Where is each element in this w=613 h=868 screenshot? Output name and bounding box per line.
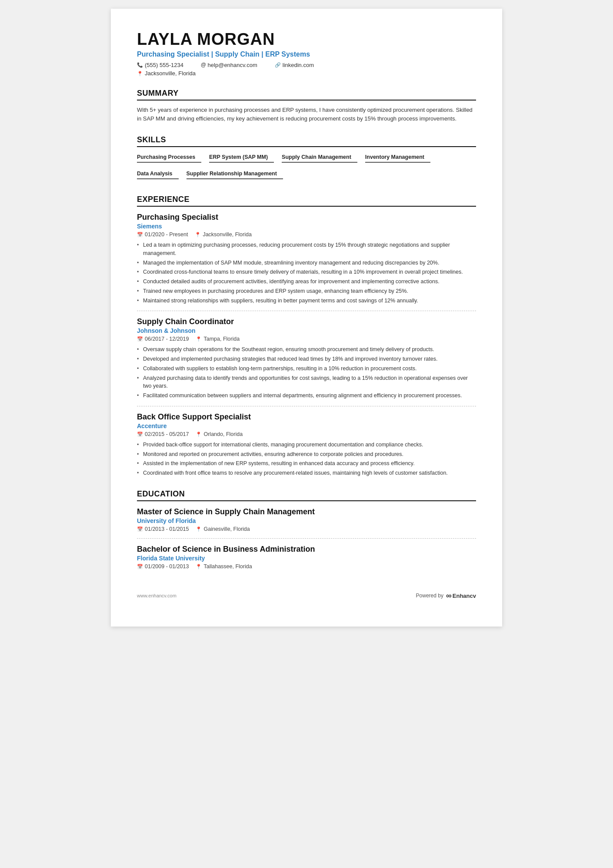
bullet-item: Coordinated cross-functional teams to en… <box>137 268 476 276</box>
bullet-item: Provided back-office support for interna… <box>137 441 476 449</box>
degree-2: Bachelor of Science in Business Administ… <box>137 545 476 570</box>
skills-row-2: Data Analysis Supplier Relationship Mana… <box>137 169 476 183</box>
page-footer: www.enhancv.com Powered by ∞ Enhancv <box>137 591 476 600</box>
bullet-item: Coordinated with front office teams to r… <box>137 469 476 477</box>
candidate-name: LAYLA MORGAN <box>137 30 476 49</box>
email-address: help@enhancv.com <box>208 62 257 68</box>
location-icon-job2 <box>196 336 202 342</box>
bullet-item: Developed and implemented purchasing str… <box>137 355 476 363</box>
bullet-item: Monitored and reported on procurement ac… <box>137 450 476 459</box>
calendar-icon-deg1 <box>137 526 143 532</box>
bullet-item: Trained new employees in purchasing proc… <box>137 287 476 295</box>
job-1-meta: 01/2020 - Present Jacksonville, Florida <box>137 231 476 238</box>
powered-by-label: Powered by <box>416 593 443 599</box>
bullet-item: Conducted detailed audits of procurement… <box>137 278 476 286</box>
job-3-location: Orlando, Florida <box>196 431 243 437</box>
summary-text: With 5+ years of experience in purchasin… <box>137 106 476 123</box>
experience-section: EXPERIENCE Purchasing Specialist Siemens… <box>137 195 476 477</box>
brand-name: Enhancv <box>453 593 476 599</box>
calendar-icon-deg2 <box>137 563 143 570</box>
job-2-title: Supply Chain Coordinator <box>137 317 476 326</box>
job-2-meta: 06/2017 - 12/2019 Tampa, Florida <box>137 336 476 342</box>
location-item: Jacksonville, Florida <box>137 70 476 77</box>
bullet-item: Led a team in optimizing purchasing proc… <box>137 241 476 258</box>
skills-heading: SKILLS <box>137 135 476 147</box>
degree-1: Master of Science in Supply Chain Manage… <box>137 507 476 539</box>
degree-1-date: 01/2013 - 01/2015 <box>137 526 189 532</box>
experience-heading: EXPERIENCE <box>137 195 476 207</box>
linkedin-url: linkedin.com <box>283 62 314 68</box>
enhancv-logo: ∞ Enhancv <box>446 591 476 600</box>
job-3-date: 02/2015 - 05/2017 <box>137 431 189 437</box>
link-icon <box>275 62 281 68</box>
job-1: Purchasing Specialist Siemens 01/2020 - … <box>137 213 476 311</box>
degree-1-meta: 01/2013 - 01/2015 Gainesville, Florida <box>137 526 476 532</box>
location-icon-deg2 <box>196 563 202 570</box>
logo-icon: ∞ <box>446 591 452 600</box>
calendar-icon-job2 <box>137 336 143 342</box>
degree-2-date: 01/2009 - 01/2013 <box>137 563 189 570</box>
job-3-title: Back Office Support Specialist <box>137 412 476 422</box>
location-text: Jacksonville, Florida <box>145 70 196 77</box>
job-3: Back Office Support Specialist Accenture… <box>137 412 476 477</box>
candidate-title: Purchasing Specialist | Supply Chain | E… <box>137 50 476 58</box>
bullet-item: Assisted in the implementation of new ER… <box>137 459 476 468</box>
degree-1-location: Gainesville, Florida <box>196 526 250 532</box>
job-2-company: Johnson & Johnson <box>137 327 476 334</box>
job-2-bullets: Oversaw supply chain operations for the … <box>137 345 476 400</box>
header-contact-row: (555) 555-1234 help@enhancv.com linkedin… <box>137 62 476 69</box>
degree-2-location: Tallahassee, Florida <box>196 563 252 570</box>
skills-row-1: Purchasing Processes ERP System (SAP MM)… <box>137 152 476 166</box>
location-icon-job1 <box>195 231 201 238</box>
summary-section: SUMMARY With 5+ years of experience in p… <box>137 89 476 123</box>
location-icon-deg1 <box>196 526 202 532</box>
job-2-date: 06/2017 - 12/2019 <box>137 336 189 342</box>
degree-1-title: Master of Science in Supply Chain Manage… <box>137 507 476 516</box>
footer-website: www.enhancv.com <box>137 593 177 598</box>
job-2-location: Tampa, Florida <box>196 336 240 342</box>
bullet-item: Analyzed purchasing data to identify tre… <box>137 374 476 391</box>
location-icon <box>137 70 143 77</box>
skill-supply-chain: Supply Chain Management <box>282 152 357 163</box>
bullet-item: Maintained strong relationships with sup… <box>137 297 476 305</box>
bullet-item: Facilitated communication between suppli… <box>137 392 476 400</box>
email-item: help@enhancv.com <box>201 62 257 68</box>
phone-icon <box>137 62 143 68</box>
skill-inventory: Inventory Management <box>365 152 430 163</box>
job-1-title: Purchasing Specialist <box>137 213 476 222</box>
phone-number: (555) 555-1234 <box>145 62 183 68</box>
job-3-company: Accenture <box>137 422 476 429</box>
degree-2-meta: 01/2009 - 01/2013 Tallahassee, Florida <box>137 563 476 570</box>
bullet-item: Collaborated with suppliers to establish… <box>137 365 476 373</box>
degree-2-school: Florida State University <box>137 555 476 562</box>
calendar-icon-job3 <box>137 431 143 437</box>
job-2: Supply Chain Coordinator Johnson & Johns… <box>137 317 476 406</box>
job-3-bullets: Provided back-office support for interna… <box>137 441 476 477</box>
footer-brand: Powered by ∞ Enhancv <box>416 591 476 600</box>
bullet-item: Managed the implementation of SAP MM mod… <box>137 259 476 267</box>
skill-purchasing-processes: Purchasing Processes <box>137 152 201 163</box>
header: LAYLA MORGAN Purchasing Specialist | Sup… <box>137 30 476 77</box>
skills-section: SKILLS Purchasing Processes ERP System (… <box>137 135 476 183</box>
edu-divider-1 <box>137 538 476 539</box>
resume-page: LAYLA MORGAN Purchasing Specialist | Sup… <box>111 9 502 627</box>
degree-1-school: University of Florida <box>137 517 476 524</box>
job-1-bullets: Led a team in optimizing purchasing proc… <box>137 241 476 305</box>
education-heading: EDUCATION <box>137 489 476 501</box>
location-icon-job3 <box>196 431 202 437</box>
phone-item: (555) 555-1234 <box>137 62 183 68</box>
job-1-location: Jacksonville, Florida <box>195 231 252 238</box>
degree-2-title: Bachelor of Science in Business Administ… <box>137 545 476 554</box>
job-1-company: Siemens <box>137 223 476 230</box>
linkedin-item: linkedin.com <box>275 62 314 68</box>
skill-supplier-management: Supplier Relationship Management <box>187 169 283 179</box>
skill-erp-system: ERP System (SAP MM) <box>209 152 274 163</box>
job-1-date: 01/2020 - Present <box>137 231 188 238</box>
skill-data-analysis: Data Analysis <box>137 169 179 179</box>
exp-divider-2 <box>137 406 476 406</box>
job-3-meta: 02/2015 - 05/2017 Orlando, Florida <box>137 431 476 437</box>
education-section: EDUCATION Master of Science in Supply Ch… <box>137 489 476 570</box>
calendar-icon <box>137 231 143 238</box>
email-icon <box>201 62 206 68</box>
summary-heading: SUMMARY <box>137 89 476 101</box>
